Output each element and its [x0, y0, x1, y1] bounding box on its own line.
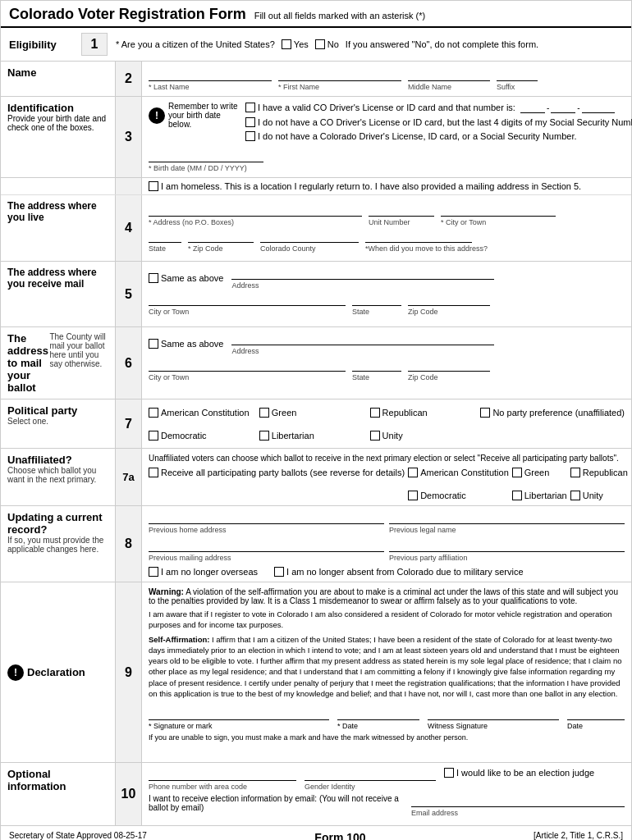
prev-party-input[interactable]	[389, 539, 625, 552]
zip-input[interactable]	[188, 230, 254, 243]
party-no-preference[interactable]: No party preference (unaffiliated)	[480, 408, 625, 418]
unaff-unity[interactable]: Unity	[570, 491, 628, 500]
mail-state-group: State	[352, 293, 401, 316]
warning-title: Warning:	[149, 587, 184, 596]
unaff-all-checkbox[interactable]	[149, 468, 158, 477]
mail-zip-input[interactable]	[408, 293, 490, 306]
political-party-label-cell: Political party Select one.	[1, 399, 116, 448]
unaff-lib-checkbox[interactable]	[512, 491, 522, 500]
party-libertarian[interactable]: Libertarian	[259, 431, 367, 441]
phone-input[interactable]	[149, 768, 296, 781]
party-green[interactable]: Green	[259, 408, 367, 418]
unaff-dem-checkbox[interactable]	[408, 491, 418, 500]
party-rep-checkbox[interactable]	[370, 408, 380, 418]
ident-top-row: ! Remember to write your birth date belo…	[149, 102, 632, 144]
judge-checkbox[interactable]	[444, 768, 454, 778]
optional-content: Phone number with area code Gender Ident…	[142, 763, 631, 825]
ballot-state-input[interactable]	[352, 358, 401, 372]
unaff-all-parties[interactable]: Receive all participating party ballots …	[149, 468, 405, 477]
birth-date-field[interactable]	[149, 148, 263, 162]
address-input[interactable]	[149, 203, 362, 217]
unaff-green[interactable]: Green	[512, 468, 567, 477]
ident-option1[interactable]: I have a valid CO Driver's License or ID…	[245, 103, 515, 112]
move-date-input[interactable]	[365, 230, 472, 243]
unaff-green-checkbox[interactable]	[512, 468, 522, 477]
mail-address-input[interactable]	[231, 267, 494, 280]
witness-sig-input[interactable]	[428, 705, 559, 720]
party-nopref-checkbox[interactable]	[480, 408, 490, 418]
unit-input[interactable]	[369, 203, 434, 217]
prev-party-group: Previous party affiliation	[389, 539, 625, 562]
homeless-checkbox-label[interactable]: I am homeless. This is a location I regu…	[149, 181, 625, 191]
witness-date-input[interactable]	[567, 705, 625, 720]
signature-field-group: * Signature or mark	[149, 705, 329, 730]
ident-option2[interactable]: I do not have a CO Driver's License or I…	[245, 117, 632, 127]
unaff-unity-checkbox[interactable]	[570, 491, 580, 500]
party-lib-checkbox[interactable]	[259, 431, 269, 441]
no-checkbox[interactable]	[315, 39, 325, 49]
gender-input[interactable]	[305, 768, 436, 781]
no-overseas-label[interactable]: I am no longer overseas	[149, 567, 258, 577]
ballot-same-above-checkbox-label[interactable]: Same as above	[149, 339, 223, 349]
party-republican[interactable]: Republican	[370, 408, 478, 418]
party-unity-checkbox[interactable]	[370, 431, 380, 441]
ballot-zip-input[interactable]	[408, 358, 490, 372]
unaff-rep-checkbox[interactable]	[570, 468, 580, 477]
prev-mail-group: Previous mailing address	[149, 539, 384, 562]
judge-checkbox-label[interactable]: I would like to be an election judge	[444, 768, 594, 778]
yes-checkbox[interactable]	[282, 39, 291, 49]
ballot-same-above-checkbox[interactable]	[149, 339, 158, 349]
prev-legal-input[interactable]	[389, 511, 625, 524]
prev-home-input[interactable]	[149, 511, 384, 524]
no-absent-checkbox[interactable]	[274, 567, 284, 577]
email-input[interactable]	[411, 794, 625, 807]
prev-mail-input[interactable]	[149, 539, 384, 552]
address-ballot-title: The address to mail your ballot	[7, 332, 49, 394]
mail-same-above-checkbox-label[interactable]: Same as above	[149, 273, 223, 283]
dl-part1[interactable]	[520, 102, 545, 113]
self-affirm-title: Self-Affirmation:	[149, 635, 209, 644]
unit-field-label: Unit Number	[369, 218, 434, 226]
city-input[interactable]	[441, 203, 556, 217]
dl-part2[interactable]	[551, 102, 575, 113]
party-unity[interactable]: Unity	[370, 431, 478, 441]
party-american-constitution[interactable]: American Constitution	[149, 408, 256, 418]
unaff-rep[interactable]: Republican	[570, 468, 628, 477]
ident-option1-checkbox[interactable]	[245, 103, 255, 112]
suffix-field[interactable]	[497, 66, 538, 81]
dl-part3[interactable]	[582, 102, 615, 113]
state-input[interactable]	[149, 230, 181, 243]
no-overseas-checkbox[interactable]	[149, 567, 158, 577]
yes-option[interactable]: Yes	[282, 39, 309, 49]
date-input[interactable]	[337, 705, 419, 720]
ident-options: I have a valid CO Driver's License or ID…	[245, 102, 632, 144]
party-dem-checkbox[interactable]	[149, 431, 158, 441]
ident-option2-checkbox[interactable]	[245, 117, 255, 127]
no-option[interactable]: No	[315, 39, 339, 49]
homeless-checkbox[interactable]	[149, 181, 158, 191]
unaff-ac-checkbox[interactable]	[408, 468, 418, 477]
party-dem-label: Democratic	[161, 431, 207, 441]
ident-option3-checkbox[interactable]	[245, 131, 255, 141]
unaff-lib[interactable]: Libertarian	[512, 491, 567, 500]
mail-state-input[interactable]	[352, 293, 401, 306]
party-ac-checkbox[interactable]	[149, 408, 158, 418]
mail-city-input[interactable]	[149, 293, 346, 306]
ballot-city-input[interactable]	[149, 358, 346, 372]
party-democratic[interactable]: Democratic	[149, 431, 256, 441]
last-name-field[interactable]	[149, 66, 272, 81]
ident-option3[interactable]: I do not have a Colorado Driver's Licens…	[245, 131, 577, 141]
mail-same-above-checkbox[interactable]	[149, 273, 158, 283]
no-absent-label[interactable]: I am no longer absent from Colorado due …	[274, 567, 524, 577]
ballot-address-input[interactable]	[231, 332, 494, 345]
warning-text: A violation of the self-affirmation you …	[149, 587, 618, 605]
unaff-ac[interactable]: American Constitution	[408, 468, 509, 477]
middle-name-field[interactable]	[408, 66, 490, 81]
county-input[interactable]	[260, 230, 359, 243]
signature-input[interactable]	[149, 705, 329, 720]
party-green-checkbox[interactable]	[259, 408, 269, 418]
unaff-dem[interactable]: Democratic	[408, 491, 509, 500]
first-name-field[interactable]	[278, 66, 401, 81]
ballot-same-above-row: Same as above Address	[149, 332, 625, 355]
sign-note: If you are unable to sign, you must make…	[149, 733, 625, 742]
